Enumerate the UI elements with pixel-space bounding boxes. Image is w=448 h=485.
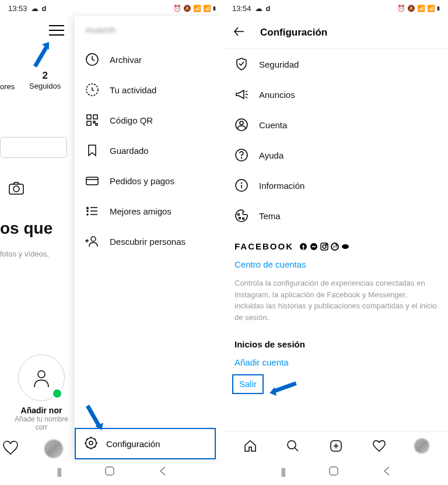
add-sub-label: Añade tu nombre corr	[8, 415, 75, 431]
svg-point-20	[242, 158, 242, 159]
fb-description: Controla la configuración de experiencia…	[224, 273, 448, 332]
help-icon	[235, 148, 249, 162]
profile-background: ores 2 Seguidos os que fotos y vídeos, A…	[0, 16, 75, 459]
status-bar: 13:53 ☁ d ⏰🔕📶📶▮	[0, 0, 224, 16]
d-icon: d	[266, 4, 271, 13]
avatar[interactable]	[44, 440, 63, 458]
arrow-annotation-1	[32, 41, 51, 70]
right-screen: 13:54 ☁ d ⏰🔕📶📶▮ Configuración Seguridad …	[224, 0, 448, 485]
add-person-icon	[85, 234, 99, 248]
cfg-item-account[interactable]: Cuenta	[224, 110, 448, 140]
hamburger-icon[interactable]	[49, 25, 64, 36]
edit-profile-button[interactable]	[0, 137, 67, 158]
home-icon[interactable]	[328, 466, 339, 479]
svg-rect-6	[93, 115, 97, 119]
svg-rect-35	[330, 467, 338, 475]
page-title: Configuración	[260, 27, 327, 38]
nav-heart-icon[interactable]	[372, 438, 387, 454]
svg-point-1	[13, 186, 19, 192]
svg-rect-9	[96, 124, 97, 125]
cfg-item-help[interactable]: Ayuda	[224, 140, 448, 170]
plus-badge-icon	[51, 388, 63, 399]
menu-item-archive[interactable]: Archivar	[75, 44, 224, 75]
card-icon	[85, 174, 99, 188]
cfg-item-label: Información	[259, 181, 304, 191]
menu-item-label: Tu actividad	[110, 85, 156, 95]
svg-point-23	[238, 214, 240, 216]
svg-point-12	[87, 214, 88, 215]
bottom-nav	[224, 431, 448, 459]
menu-username[interactable]: nuamh	[75, 16, 224, 44]
shield-icon	[235, 57, 249, 71]
menu-item-label: Mejores amigos	[110, 206, 172, 216]
back-icon[interactable]	[383, 466, 391, 479]
list-star-icon	[85, 204, 99, 218]
menu-item-close-friends[interactable]: Mejores amigos	[75, 196, 224, 226]
menu-item-activity[interactable]: Tu actividad	[75, 75, 224, 105]
svg-rect-7	[87, 121, 91, 125]
status-icons: ⏰🔕📶📶▮	[173, 5, 216, 12]
logout-label: Salir	[239, 379, 257, 389]
subtext: fotos y vídeos,	[0, 249, 49, 258]
logins-section-title: Inicios de sesión	[224, 332, 448, 354]
menu-item-label: Código QR	[110, 115, 153, 125]
add-person-card[interactable]: Añadir nor Añade tu nombre corr	[8, 354, 75, 431]
back-icon[interactable]	[159, 466, 167, 479]
megaphone-icon	[235, 87, 249, 101]
nav-search-icon[interactable]	[285, 438, 300, 454]
status-time: 13:53	[8, 4, 27, 13]
settings-label: Configuración	[106, 439, 160, 449]
svg-rect-5	[87, 115, 91, 119]
recents-icon[interactable]: |||	[57, 467, 61, 477]
svg-point-11	[87, 210, 88, 212]
svg-point-22	[242, 183, 242, 184]
menu-item-orders[interactable]: Pedidos y pagos	[75, 166, 224, 196]
cloud-icon: ☁	[255, 4, 262, 13]
menu-item-label: Descubrir personas	[110, 237, 186, 247]
cfg-item-ads[interactable]: Anuncios	[224, 79, 448, 110]
status-bar: 13:54 ☁ d ⏰🔕📶📶▮	[224, 0, 448, 16]
cfg-item-label: Ayuda	[259, 150, 284, 160]
svg-point-18	[240, 121, 243, 125]
cfg-item-security[interactable]: Seguridad	[224, 49, 448, 79]
home-icon[interactable]	[104, 466, 115, 479]
stat-number: 2	[29, 70, 61, 82]
followed-stat[interactable]: 2 Seguidos	[29, 70, 61, 90]
back-arrow-icon[interactable]	[232, 24, 246, 41]
palette-icon	[235, 209, 249, 223]
cfg-item-label: Cuenta	[259, 120, 287, 130]
config-header: Configuración	[224, 16, 448, 49]
cfg-item-theme[interactable]: Tema	[224, 201, 448, 231]
nav-home-icon[interactable]	[243, 438, 258, 454]
menu-item-discover[interactable]: Descubrir personas	[75, 226, 224, 256]
info-icon	[235, 178, 249, 192]
add-account-link[interactable]: Añadir cuenta	[224, 354, 448, 371]
nav-avatar[interactable]	[414, 438, 429, 454]
cloud-icon: ☁	[31, 4, 38, 13]
android-nav: |||	[224, 459, 448, 485]
svg-rect-8	[93, 121, 95, 123]
stat-label: Seguidos	[29, 82, 61, 90]
nav-add-icon[interactable]	[328, 438, 344, 454]
left-screen: 13:53 ☁ d ⏰🔕📶📶▮ ores 2 Seguidos os que f…	[0, 0, 224, 485]
facebook-product-icons	[299, 242, 349, 251]
bookmark-icon	[85, 143, 99, 157]
svg-point-32	[342, 244, 349, 249]
status-time: 13:54	[232, 4, 251, 13]
logout-button[interactable]: Salir	[232, 374, 264, 394]
status-icons: ⏰🔕📶📶▮	[397, 5, 440, 12]
settings-button[interactable]: Configuración	[75, 428, 216, 459]
camera-icon[interactable]	[8, 181, 24, 198]
person-circle-icon	[18, 354, 65, 401]
cfg-item-info[interactable]: Información	[224, 170, 448, 201]
cfg-item-label: Seguridad	[259, 59, 299, 69]
heart-icon[interactable]	[2, 440, 19, 458]
menu-item-qr[interactable]: Código QR	[75, 105, 224, 135]
recents-icon[interactable]: |||	[281, 467, 285, 477]
menu-item-saved[interactable]: Guardado	[75, 135, 224, 166]
svg-point-33	[288, 441, 296, 449]
menu-drawer: nuamh Archivar Tu actividad Código QR Gu…	[75, 16, 224, 459]
svg-point-24	[239, 217, 241, 219]
accounts-center-link[interactable]: Centro de cuentas	[224, 256, 448, 273]
svg-rect-16	[106, 467, 114, 475]
